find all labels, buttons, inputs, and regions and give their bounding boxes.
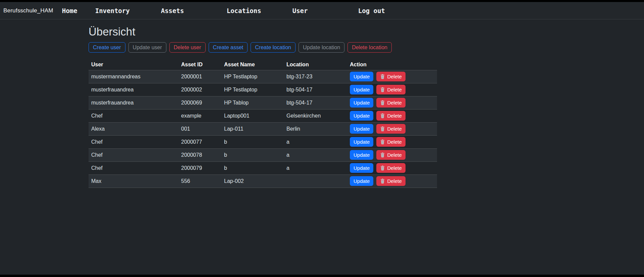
table-row: mustermannandreas 2000001 HP Testlaptop … — [89, 70, 437, 83]
cell-user: Chef — [89, 148, 178, 161]
cell-user: Chef — [89, 109, 178, 122]
cell-action: Update — [347, 96, 437, 109]
top-navbar: Berufsschule_HAM Home Inventory Assets L… — [0, 2, 644, 19]
update-button[interactable]: Update — [350, 124, 373, 134]
cell-user: mustermannandreas — [89, 70, 178, 83]
trash-icon — [380, 152, 385, 157]
delete-button-label: Delete — [387, 100, 401, 106]
delete-button-label: Delete — [387, 87, 401, 92]
cell-asset-id: 2000001 — [178, 70, 221, 83]
trash-icon — [380, 113, 385, 118]
cell-asset-id: 001 — [178, 122, 221, 135]
delete-button-label: Delete — [387, 139, 401, 145]
update-button[interactable]: Update — [350, 72, 373, 81]
cell-location: Gelsenkirchen — [284, 109, 347, 122]
nav-list: Home Inventory Assets Locations User Log… — [62, 7, 424, 14]
column-header-asset-name: Asset Name — [221, 60, 284, 70]
nav-item[interactable]: Assets — [161, 7, 227, 14]
column-header-user: User — [89, 60, 178, 70]
cell-action: Update — [347, 135, 437, 148]
cell-asset-id: 2000077 — [178, 135, 221, 148]
table-row: Chef 2000079 b a Update — [89, 161, 437, 175]
nav-item[interactable]: User — [292, 7, 358, 14]
toolbar-button[interactable]: Delete user — [169, 42, 206, 53]
cell-asset-name: b — [221, 161, 284, 175]
toolbar-button[interactable]: Update location — [299, 42, 344, 53]
delete-button-label: Delete — [387, 74, 401, 79]
table-header-row: User Asset ID Asset Name Location Action — [89, 60, 437, 70]
cell-user: musterfrauandrea — [89, 83, 178, 96]
delete-button[interactable]: Delete — [376, 163, 405, 173]
cell-location: a — [284, 135, 347, 148]
delete-button[interactable]: Delete — [376, 111, 405, 121]
update-button[interactable]: Update — [350, 85, 373, 94]
cell-asset-name: HP Testlaptop — [221, 83, 284, 96]
cell-asset-name: Lap-011 — [221, 122, 284, 135]
cell-asset-name: HP Tablop — [221, 96, 284, 109]
cell-location: btg-317-23 — [284, 70, 347, 83]
update-button[interactable]: Update — [350, 150, 373, 160]
cell-location: a — [284, 161, 347, 175]
update-button[interactable]: Update — [350, 98, 373, 108]
cell-action: Update — [347, 161, 437, 175]
cell-asset-id: 2000079 — [178, 161, 221, 175]
cell-user: Max — [89, 175, 178, 188]
update-button[interactable]: Update — [350, 163, 373, 173]
trash-icon — [380, 74, 385, 79]
update-button[interactable]: Update — [350, 176, 373, 186]
assets-table: User Asset ID Asset Name Location Action… — [89, 60, 437, 188]
cell-user: Chef — [89, 135, 178, 148]
trash-icon — [380, 100, 385, 105]
trash-icon — [380, 165, 385, 170]
toolbar-button[interactable]: Create location — [251, 42, 296, 53]
cell-asset-name: b — [221, 148, 284, 161]
delete-button[interactable]: Delete — [376, 124, 405, 134]
table-row: Chef example Laptop001 Gelsenkirchen Upd… — [89, 109, 437, 122]
trash-icon — [380, 139, 385, 144]
bottom-strip — [0, 275, 644, 277]
delete-button[interactable]: Delete — [376, 137, 405, 147]
delete-button-label: Delete — [387, 165, 401, 171]
cell-asset-id: 2000002 — [178, 83, 221, 96]
cell-user: musterfrauandrea — [89, 96, 178, 109]
cell-location: btg-504-17 — [284, 96, 347, 109]
delete-button-label: Delete — [387, 126, 401, 132]
cell-location: Berlin — [284, 122, 347, 135]
crud-toolbar: Create user Update user Delete user Crea… — [89, 42, 392, 53]
delete-button[interactable]: Delete — [376, 176, 405, 186]
delete-button-label: Delete — [387, 178, 401, 184]
trash-icon — [380, 87, 385, 92]
cell-asset-id: example — [178, 109, 221, 122]
cell-user: Alexa — [89, 122, 178, 135]
toolbar-button[interactable]: Create asset — [209, 42, 248, 53]
toolbar-button[interactable]: Create user — [89, 42, 125, 53]
toolbar-button[interactable]: Update user — [128, 42, 166, 53]
cell-asset-id: 2000069 — [178, 96, 221, 109]
trash-icon — [380, 126, 385, 131]
delete-button[interactable]: Delete — [376, 98, 405, 108]
cell-asset-id: 556 — [178, 175, 221, 188]
cell-asset-name: Lap-002 — [221, 175, 284, 188]
delete-button-label: Delete — [387, 152, 401, 158]
cell-location: btg-504-17 — [284, 83, 347, 96]
delete-button[interactable]: Delete — [376, 150, 405, 160]
nav-item[interactable]: Log out — [358, 7, 424, 14]
table-row: musterfrauandrea 2000069 HP Tablop btg-5… — [89, 96, 437, 109]
nav-item[interactable]: Locations — [227, 7, 292, 14]
cell-location — [284, 175, 347, 188]
delete-button[interactable]: Delete — [376, 85, 405, 94]
navbar-brand[interactable]: Berufsschule_HAM — [3, 7, 53, 14]
cell-asset-name: b — [221, 135, 284, 148]
update-button[interactable]: Update — [350, 137, 373, 147]
toolbar-button[interactable]: Delete location — [347, 42, 392, 53]
delete-button[interactable]: Delete — [376, 72, 405, 81]
cell-user: Chef — [89, 161, 178, 175]
update-button[interactable]: Update — [350, 111, 373, 121]
cell-action: Update — [347, 109, 437, 122]
page-title: Übersicht — [89, 25, 135, 38]
table-row: Chef 2000077 b a Update — [89, 135, 437, 148]
cell-asset-name: Laptop001 — [221, 109, 284, 122]
table-row: musterfrauandrea 2000002 HP Testlaptop b… — [89, 83, 437, 96]
nav-item[interactable]: Home — [62, 7, 95, 14]
nav-item[interactable]: Inventory — [95, 7, 161, 14]
